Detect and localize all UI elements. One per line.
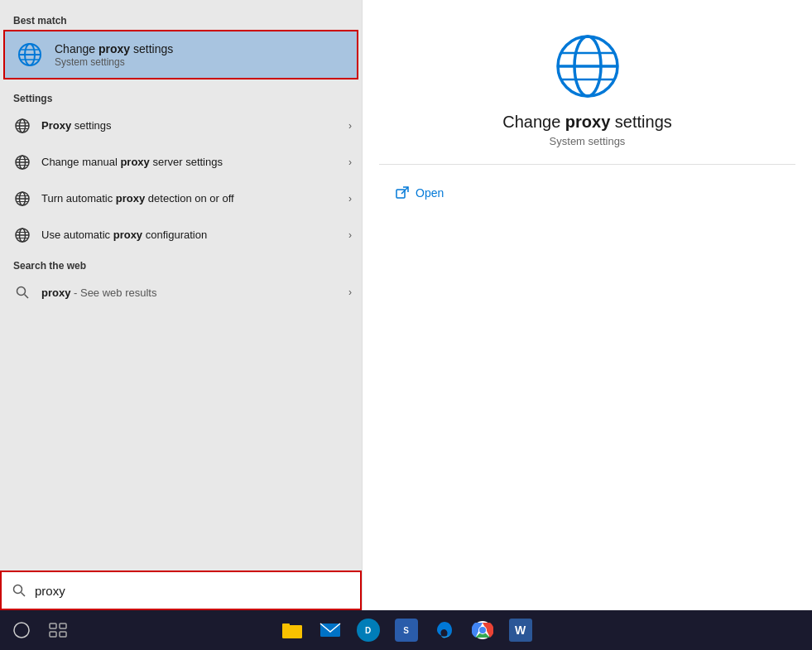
- svg-rect-39: [50, 632, 56, 637]
- svg-line-28: [22, 593, 26, 597]
- svg-point-36: [14, 623, 29, 638]
- left-panel: Best match Change proxy setti: [0, 0, 362, 610]
- taskbar-app-dell[interactable]: D: [350, 612, 387, 648]
- globe-icon-4: [13, 226, 31, 244]
- svg-point-25: [17, 287, 26, 296]
- content-area: Best match Change proxy setti: [0, 0, 812, 610]
- svg-line-26: [25, 295, 29, 299]
- svg-rect-40: [60, 632, 66, 637]
- result-item-manual-proxy[interactable]: Change manual proxy server settings ›: [0, 144, 362, 181]
- result-item-text-1: Proxy settings: [41, 119, 342, 133]
- result-item-text-3: Turn automatic proxy detection on or off: [41, 192, 342, 206]
- web-chevron-icon: ›: [348, 286, 352, 298]
- settings-section-label: Settings: [0, 86, 362, 108]
- detail-subtitle: System settings: [550, 135, 626, 147]
- search-bar[interactable]: proxy: [0, 571, 362, 610]
- taskbar-app-chrome[interactable]: [464, 612, 501, 648]
- svg-point-27: [14, 585, 22, 594]
- taskbar: D S: [0, 610, 812, 650]
- best-match-item[interactable]: Change proxy settings System settings: [3, 30, 358, 79]
- best-match-text: Change proxy settings System settings: [55, 42, 347, 68]
- search-input[interactable]: proxy: [35, 584, 350, 598]
- result-item-text-4: Use automatic proxy configuration: [41, 229, 342, 243]
- web-result-item[interactable]: proxy - See web results ›: [0, 275, 362, 310]
- open-label: Open: [416, 186, 444, 200]
- taskbar-app-support[interactable]: S: [388, 612, 425, 648]
- taskbar-app-file-explorer[interactable]: [274, 612, 310, 648]
- result-item-text-2: Change manual proxy server settings: [41, 156, 342, 170]
- main-container: Best match Change proxy setti: [0, 0, 812, 650]
- detail-title: Change proxy settings: [502, 113, 672, 132]
- best-match-subtitle: System settings: [55, 56, 347, 68]
- svg-rect-37: [50, 624, 56, 628]
- taskbar-circle-start[interactable]: [3, 612, 40, 648]
- chevron-icon-3: ›: [348, 193, 352, 205]
- taskbar-app-edge[interactable]: [426, 612, 463, 648]
- web-result-text: proxy - See web results: [41, 286, 342, 299]
- result-item-proxy-settings[interactable]: Proxy settings ›: [0, 108, 362, 144]
- detail-actions: Open: [379, 181, 795, 205]
- detail-globe-icon: [555, 33, 621, 99]
- taskbar-app-mail[interactable]: [312, 612, 348, 648]
- best-match-label: Best match: [0, 10, 362, 30]
- svg-rect-43: [282, 625, 302, 638]
- globe-icon-2: [13, 153, 31, 171]
- taskbar-app-word[interactable]: W: [502, 612, 539, 648]
- chevron-icon-4: ›: [348, 229, 352, 241]
- detail-content: Change proxy settings System settings: [363, 0, 812, 221]
- best-match-globe-icon: [15, 40, 45, 70]
- result-item-auto-detection[interactable]: Turn automatic proxy detection on or off…: [0, 181, 362, 217]
- open-action[interactable]: Open: [396, 181, 779, 205]
- search-icon: [13, 283, 31, 301]
- web-section-label: Search the web: [0, 253, 362, 275]
- chevron-icon-1: ›: [348, 120, 352, 132]
- taskbar-apps: D S: [274, 612, 539, 648]
- globe-icon-3: [13, 190, 31, 208]
- svg-rect-38: [60, 624, 66, 628]
- best-match-title: Change proxy settings: [55, 42, 347, 55]
- search-results: Best match Change proxy setti: [0, 0, 362, 571]
- right-panel: Change proxy settings System settings: [362, 0, 812, 610]
- taskbar-task-view[interactable]: [40, 612, 76, 648]
- result-item-auto-config[interactable]: Use automatic proxy configuration ›: [0, 217, 362, 253]
- divider: [379, 164, 795, 165]
- open-icon: [396, 186, 409, 200]
- search-bar-icon: [12, 583, 26, 598]
- globe-icon-1: [13, 117, 31, 135]
- chevron-icon-2: ›: [348, 156, 352, 168]
- svg-point-47: [479, 627, 486, 633]
